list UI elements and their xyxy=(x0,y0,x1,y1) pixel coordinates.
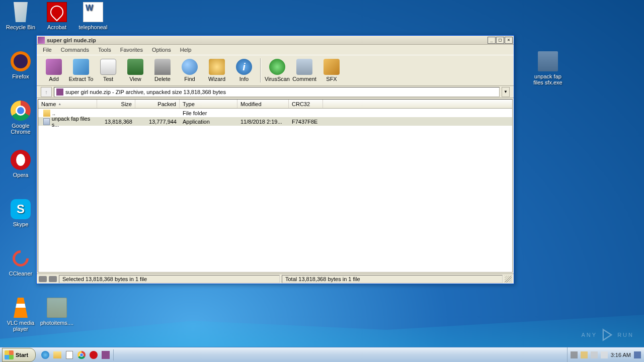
vlc-shortcut[interactable]: VLC media player xyxy=(3,298,38,332)
tray-volume-icon[interactable] xyxy=(591,351,598,358)
virusscan-button[interactable]: VirusScan xyxy=(264,56,290,84)
firefox-icon xyxy=(11,51,31,71)
wizard-icon xyxy=(209,59,225,75)
ql-notepad[interactable] xyxy=(64,349,75,360)
winrar-icon xyxy=(38,37,45,44)
col-crc[interactable]: CRC32 xyxy=(289,100,323,108)
file-list: Name▲ Size Packed Type Modified CRC32 ..… xyxy=(38,99,513,273)
toolbar: Add Extract To Test View Delete Find Wiz… xyxy=(37,55,514,86)
list-row-file[interactable]: unpack fap files s... 13,818,368 13,777,… xyxy=(38,117,512,126)
add-icon xyxy=(46,59,62,75)
firefox-shortcut[interactable]: Firefox xyxy=(3,51,38,79)
toolbar-separator xyxy=(260,58,261,82)
show-desktop-button[interactable] xyxy=(634,351,641,358)
up-button[interactable]: ↑ xyxy=(41,87,52,97)
disk-icon xyxy=(39,276,47,282)
exe-icon xyxy=(538,51,558,71)
menu-help[interactable]: Help xyxy=(176,46,196,54)
list-header: Name▲ Size Packed Type Modified CRC32 xyxy=(38,100,512,109)
virus-icon xyxy=(269,59,285,75)
word-icon xyxy=(83,2,103,22)
col-name[interactable]: Name▲ xyxy=(38,100,97,108)
archive-icon xyxy=(56,88,63,96)
photoitems-shortcut[interactable]: photoitems.... xyxy=(39,298,74,326)
path-text: super girl nude.zip - ZIP archive, unpac… xyxy=(65,89,226,95)
delete-icon xyxy=(154,59,171,75)
menu-favorites[interactable]: Favorites xyxy=(116,46,147,54)
winrar-icon xyxy=(102,351,110,359)
comment-icon xyxy=(296,59,312,75)
ql-opera[interactable] xyxy=(88,349,99,360)
clock[interactable]: 3:16 AM xyxy=(611,352,631,358)
skype-icon: S xyxy=(11,199,31,219)
opera-shortcut[interactable]: Opera xyxy=(3,150,38,178)
titlebar[interactable]: super girl nude.zip _ □ ✕ xyxy=(37,36,514,45)
ql-chrome[interactable] xyxy=(76,349,87,360)
status-selected: Selected 13,818,368 bytes in 1 file xyxy=(59,275,280,283)
minimize-button[interactable]: _ xyxy=(488,37,496,44)
skype-shortcut[interactable]: SSkype xyxy=(3,199,38,227)
col-size[interactable]: Size xyxy=(97,100,135,108)
menu-options[interactable]: Options xyxy=(148,46,175,54)
watermark-anyrun: ANY RUN xyxy=(582,328,634,342)
resize-grip[interactable] xyxy=(505,276,512,283)
tray-flag-icon[interactable] xyxy=(601,351,608,358)
statusbar: Selected 13,818,368 bytes in 1 file Tota… xyxy=(37,274,514,284)
unpack-exe-shortcut[interactable]: unpack fap files sfx.exe xyxy=(530,51,566,85)
test-icon xyxy=(100,59,116,75)
acrobat-icon xyxy=(47,2,67,22)
chrome-shortcut[interactable]: Google Chrome xyxy=(3,101,38,135)
menu-file[interactable]: File xyxy=(39,46,56,54)
find-button[interactable]: Find xyxy=(177,56,203,84)
menu-commands[interactable]: Commands xyxy=(57,46,93,54)
acrobat-shortcut[interactable]: Acrobat xyxy=(39,2,74,30)
col-packed[interactable]: Packed xyxy=(135,100,180,108)
ql-winrar[interactable] xyxy=(100,349,111,360)
list-row-up[interactable]: .. File folder xyxy=(38,109,512,117)
info-button[interactable]: iInfo xyxy=(231,56,257,84)
path-dropdown[interactable]: ▼ xyxy=(502,87,510,97)
window-title: super girl nude.zip xyxy=(47,37,488,43)
tray-expand-icon[interactable] xyxy=(571,351,578,358)
word-doc-shortcut[interactable]: telephoneal xyxy=(75,2,111,30)
recycle-bin-icon xyxy=(11,2,31,22)
tray-shield-icon[interactable] xyxy=(581,351,588,358)
ccleaner-shortcut[interactable]: CCleaner xyxy=(3,248,38,277)
path-input[interactable]: super girl nude.zip - ZIP archive, unpac… xyxy=(54,87,500,97)
exe-file-icon xyxy=(43,118,50,125)
lock-icon xyxy=(49,276,57,282)
ql-ie[interactable] xyxy=(40,349,51,360)
add-button[interactable]: Add xyxy=(41,56,67,84)
menubar: File Commands Tools Favorites Options He… xyxy=(37,45,514,55)
menu-tools[interactable]: Tools xyxy=(94,46,115,54)
sort-asc-icon: ▲ xyxy=(58,102,61,106)
sfx-icon xyxy=(324,59,340,75)
play-icon xyxy=(600,328,614,342)
wizard-button[interactable]: Wizard xyxy=(204,56,230,84)
start-button[interactable]: Start xyxy=(2,348,36,362)
ie-icon xyxy=(41,351,49,359)
chrome-icon xyxy=(77,351,86,359)
comment-button[interactable]: Comment xyxy=(291,56,317,84)
windows-logo-icon xyxy=(5,350,14,359)
extract-button[interactable]: Extract To xyxy=(68,56,94,84)
maximize-button[interactable]: □ xyxy=(496,37,504,44)
col-modified[interactable]: Modified xyxy=(237,100,289,108)
info-icon: i xyxy=(236,59,252,75)
recycle-bin[interactable]: Recycle Bin xyxy=(3,2,38,30)
system-tray: 3:16 AM xyxy=(567,347,644,362)
explorer-icon xyxy=(53,351,61,358)
delete-button[interactable]: Delete xyxy=(149,56,176,84)
view-button[interactable]: View xyxy=(122,56,148,84)
ql-explorer[interactable] xyxy=(52,349,63,360)
taskbar: Start 3:16 AM xyxy=(0,347,644,362)
notepad-icon xyxy=(66,351,73,359)
opera-icon xyxy=(11,150,31,170)
close-button[interactable]: ✕ xyxy=(505,37,513,44)
quick-launch xyxy=(38,349,114,360)
col-type[interactable]: Type xyxy=(180,100,237,108)
test-button[interactable]: Test xyxy=(95,56,121,84)
opera-icon xyxy=(90,351,98,359)
view-icon xyxy=(127,59,143,75)
sfx-button[interactable]: SFX xyxy=(318,56,345,84)
